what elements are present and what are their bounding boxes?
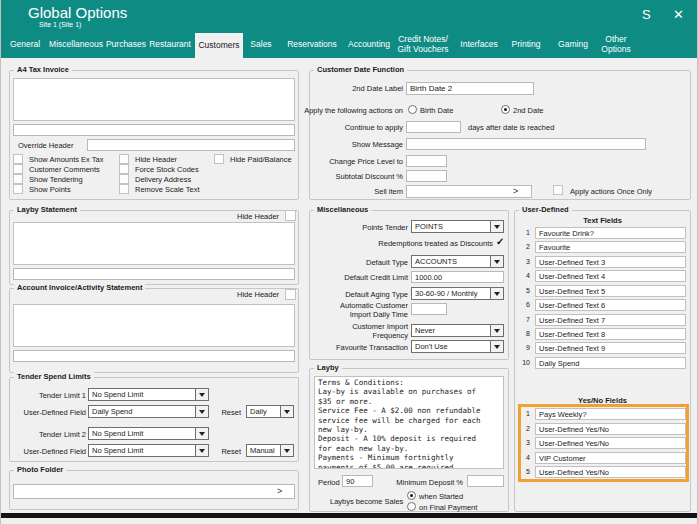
on-final-payment-radio[interactable]: [407, 502, 416, 511]
reset-2-select[interactable]: Manual: [246, 444, 294, 457]
second-date-radio-label: 2nd Date: [513, 106, 543, 115]
birth-date-radio[interactable]: [408, 105, 417, 114]
dropdown-arrow-icon[interactable]: [280, 406, 293, 417]
hide-paid-balance-checkbox[interactable]: [214, 154, 224, 164]
second-date-radio[interactable]: [501, 105, 510, 114]
tab-reservations[interactable]: Reservations: [281, 32, 343, 58]
tab-sales[interactable]: Sales: [245, 32, 277, 58]
text-field-9[interactable]: User-Defined Text 9: [535, 342, 686, 354]
yes-no-field-4[interactable]: VIP Customer: [535, 452, 686, 464]
points-tender-select[interactable]: POINTS: [411, 220, 504, 233]
tab-customers[interactable]: Customers: [195, 33, 243, 59]
tab-printing[interactable]: Printing: [507, 32, 545, 58]
sell-item-browse-button[interactable]: >: [513, 186, 518, 196]
change-price-level-field[interactable]: [406, 155, 447, 167]
tender-limit-1-select[interactable]: No Spend Limit: [88, 388, 209, 401]
text-field-10[interactable]: Daily Spend: [535, 357, 686, 369]
tab-other-options[interactable]: Other Options: [597, 32, 635, 58]
text-field-number: 3: [516, 258, 530, 265]
days-after-date-label: days after date is reached: [468, 123, 554, 132]
tab-credit-notes-gift-vouchers[interactable]: Credit Notes/ Gift Vouchers: [395, 32, 451, 58]
force-stock-codes-checkbox[interactable]: [119, 164, 129, 174]
period-field[interactable]: 90: [342, 475, 373, 487]
dropdown-arrow-icon[interactable]: [490, 325, 503, 336]
text-field-number: 5: [516, 287, 530, 294]
user-defined-field-2-select[interactable]: No Spend Limit: [88, 444, 209, 457]
dropdown-arrow-icon[interactable]: [490, 341, 503, 352]
a4-header-textarea[interactable]: [13, 78, 295, 121]
close-icon[interactable]: ✕: [673, 7, 684, 22]
tab-general[interactable]: General: [7, 32, 43, 58]
a4-footer-field[interactable]: [13, 124, 295, 136]
yes-no-field-5[interactable]: User-Defined Yes/No: [535, 466, 686, 478]
dropdown-arrow-icon[interactable]: [195, 389, 208, 400]
yes-no-field-2[interactable]: User-Defined Yes/No: [535, 423, 686, 435]
user-defined-field-1-select[interactable]: Daily Spend: [88, 405, 209, 418]
tab-interfaces[interactable]: Interfaces: [455, 32, 503, 58]
laybys-become-sales-label: Laybys become Sales: [330, 497, 403, 506]
text-field-2[interactable]: Favourite: [535, 241, 686, 253]
tab-miscellaneous[interactable]: Miscellaneous: [45, 32, 107, 58]
customer-comments-checkbox[interactable]: [13, 164, 23, 174]
default-aging-type-select[interactable]: 30-60-90 / Monthly: [411, 287, 504, 300]
yes-no-field-1[interactable]: Pays Weekly?: [535, 408, 686, 420]
default-type-value: ACCOUNTS: [412, 256, 490, 267]
continue-to-apply-label: Continue to apply: [271, 123, 403, 132]
show-points-checkbox[interactable]: [13, 184, 23, 194]
tab-purchases[interactable]: Purchases: [105, 32, 147, 58]
text-field-6[interactable]: User-Defined Text 6: [535, 299, 686, 311]
layby-hide-header-checkbox[interactable]: [285, 210, 296, 221]
import-frequency-select[interactable]: Never: [411, 324, 504, 337]
a4-tax-invoice-title: A4 Tax Invoice: [14, 65, 72, 74]
text-field-8[interactable]: User-Defined Text 8: [535, 328, 686, 340]
tab-accounting[interactable]: Accounting: [345, 32, 393, 58]
text-field-4[interactable]: User-Defined Text 4: [535, 270, 686, 282]
layby-terms-textarea[interactable]: Terms & Conditions: Lay-by is available …: [314, 376, 504, 469]
tab-gaming[interactable]: Gaming: [551, 32, 595, 58]
dropdown-arrow-icon[interactable]: [490, 221, 503, 232]
show-tendering-checkbox[interactable]: [13, 174, 23, 184]
user-defined-field-2-value: No Spend Limit: [89, 445, 195, 456]
layby-statement-footer-field[interactable]: [13, 268, 295, 280]
tab-restaurant[interactable]: Restaurant: [147, 32, 193, 58]
dropdown-arrow-icon[interactable]: [490, 256, 503, 267]
favourite-transaction-select[interactable]: Don't Use: [411, 340, 504, 353]
dropdown-arrow-icon[interactable]: [490, 288, 503, 299]
text-field-7[interactable]: User-Defined Text 7: [535, 314, 686, 326]
continue-to-apply-field[interactable]: [406, 121, 461, 133]
auto-import-time-field[interactable]: [411, 303, 447, 315]
layby-statement-textarea[interactable]: [13, 222, 295, 265]
user-defined-field-1-value: Daily Spend: [89, 406, 195, 417]
text-field-5[interactable]: User-Defined Text 5: [535, 285, 686, 297]
subtotal-discount-field[interactable]: [406, 170, 447, 182]
apply-actions-once-checkbox[interactable]: [553, 185, 563, 195]
text-field-3[interactable]: User-Defined Text 3: [535, 256, 686, 268]
text-field-1[interactable]: Favourite Drink?: [535, 227, 686, 239]
when-started-radio[interactable]: [407, 491, 416, 500]
dropdown-arrow-icon[interactable]: [195, 406, 208, 417]
account-statement-textarea[interactable]: [13, 304, 295, 347]
photo-folder-browse-button[interactable]: >: [277, 486, 282, 496]
remove-scale-text-checkbox[interactable]: [119, 184, 129, 194]
show-message-field[interactable]: [406, 138, 646, 150]
show-amounts-ex-tax-checkbox[interactable]: [13, 154, 23, 164]
photo-folder-field[interactable]: [13, 484, 295, 499]
dropdown-arrow-icon[interactable]: [195, 428, 208, 439]
reset-1-select[interactable]: Daily: [246, 405, 294, 418]
change-price-level-label: Change Price Level to: [271, 157, 403, 166]
default-credit-limit-field[interactable]: 1000.00: [411, 271, 504, 283]
second-date-field[interactable]: Birth Date 2: [406, 82, 534, 95]
yes-no-field-3[interactable]: User-Defined Yes/No: [535, 437, 686, 449]
override-header-field[interactable]: [87, 139, 295, 151]
yes-no-field-number: 4: [516, 454, 530, 461]
delivery-address-checkbox[interactable]: [119, 174, 129, 184]
hide-header-checkbox[interactable]: [119, 154, 129, 164]
check-icon[interactable]: ✓: [496, 236, 504, 247]
minimum-deposit-field[interactable]: [467, 475, 504, 487]
account-statement-footer-field[interactable]: [13, 350, 295, 362]
tender-limit-2-select[interactable]: No Spend Limit: [88, 427, 209, 440]
dropdown-arrow-icon[interactable]: [280, 445, 293, 456]
dropdown-arrow-icon[interactable]: [195, 445, 208, 456]
shrink-button[interactable]: S: [642, 7, 651, 22]
default-type-select[interactable]: ACCOUNTS: [411, 255, 504, 268]
